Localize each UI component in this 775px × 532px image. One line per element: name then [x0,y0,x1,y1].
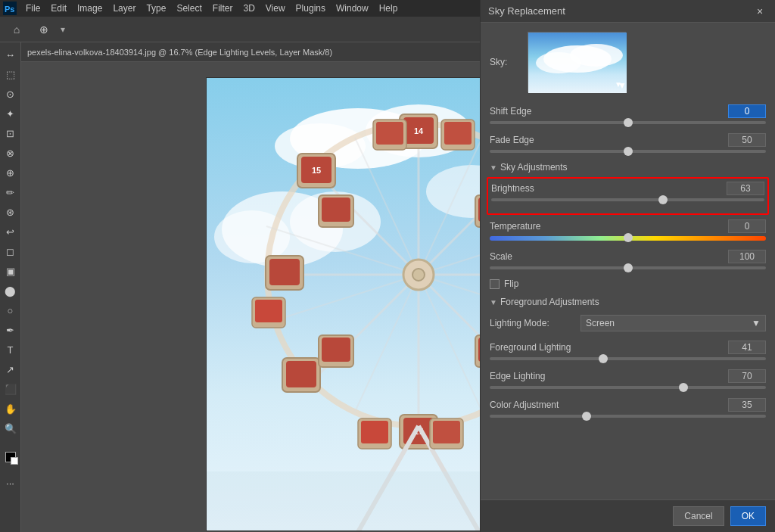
pen-tool[interactable]: ✒ [2,321,20,339]
menu-plugins[interactable]: Plugins [291,2,330,15]
home-button[interactable]: ⌂ [6,19,27,40]
magic-wand-tool[interactable]: ✦ [2,104,20,123]
menu-view[interactable]: View [261,2,290,15]
fade-edge-thumb[interactable] [624,147,633,156]
eraser-tool[interactable]: ◻ [2,242,20,260]
edge-lighting-row: Edge Lighting 70 [490,369,766,389]
ok-button[interactable]: OK [730,506,766,526]
sky-adjustments-header[interactable]: ▼ Sky Adjustments [490,162,766,173]
brightness-thumb[interactable] [658,195,668,204]
shift-edge-row: Shift Edge 0 [490,104,766,124]
more-tools[interactable]: ··· [2,474,20,492]
sky-label: Sky: [490,57,520,67]
crop-tool[interactable]: ⊡ [2,124,20,142]
temperature-thumb[interactable] [624,233,633,242]
lighting-mode-select[interactable]: Screen ▼ [580,315,766,331]
scale-label: Scale [490,251,512,262]
fade-edge-slider[interactable] [490,150,766,153]
heal-tool[interactable]: ⊕ [2,163,20,182]
foreground-adjustments-header[interactable]: ▼ Foreground Adjustments [490,297,766,307]
main-area: ↔ ⬚ ⊙ ✦ ⊡ ⊗ ⊕ ✏ ⊛ ↩ ◻ ▣ ⬤ ○ ✒ T ↗ ⬛ ✋ 🔍 … [0,42,775,532]
shape-tool[interactable]: ⬛ [2,380,20,398]
shift-edge-slider[interactable] [490,121,766,124]
flip-checkbox[interactable] [490,279,500,289]
brightness-highlighted-box: Brightness 63 [487,177,769,215]
dialog-footer: Cancel OK [481,499,775,532]
dodge-tool[interactable]: ○ [2,301,20,319]
sky-row: Sky: [490,42,766,92]
zoom-tool[interactable]: 🔍 [2,419,20,437]
menu-file[interactable]: File [21,2,45,15]
sky-adjustments-label: Sky Adjustments [500,162,568,173]
svg-rect-51 [376,122,403,145]
menu-3d[interactable]: 3D [238,2,259,15]
edge-lighting-label: Edge Lighting [490,371,545,381]
selection-tool[interactable]: ⬚ [2,65,20,83]
blur-tool[interactable]: ⬤ [2,282,20,300]
brightness-value[interactable]: 63 [727,182,764,195]
edge-lighting-thumb[interactable] [679,383,688,392]
shift-edge-value[interactable]: 0 [728,104,766,118]
hand-tool[interactable]: ✋ [2,400,20,418]
sky-preview-thumbnail[interactable]: ▼ [528,42,626,92]
shift-edge-label: Shift Edge [490,106,531,117]
menu-window[interactable]: Window [331,2,373,15]
foreground-lighting-thumb[interactable] [599,354,608,363]
menu-image[interactable]: Image [73,2,107,15]
text-tool[interactable]: T [2,341,20,359]
foreground-lighting-slider[interactable] [490,357,766,360]
move-tool[interactable]: ↔ [2,45,20,64]
color-adjustment-value[interactable]: 35 [728,398,766,412]
gradient-tool[interactable]: ▣ [2,262,20,280]
menu-layer[interactable]: Layer [108,2,140,15]
fade-edge-row: Fade Edge 50 [490,133,766,153]
lighting-mode-chevron: ▼ [752,318,761,328]
svg-rect-43 [322,198,350,222]
lighting-mode-row: Lighting Mode: Screen ▼ [490,315,766,331]
menu-help[interactable]: Help [375,2,403,15]
flip-label: Flip [504,278,518,289]
temperature-slider[interactable] [490,236,766,241]
svg-rect-55 [255,300,282,322]
lasso-tool[interactable]: ⊙ [2,85,20,103]
color-adjustment-slider[interactable] [490,415,766,418]
scale-row: Scale 100 [490,250,766,269]
color-adjustment-thumb[interactable] [582,412,591,421]
svg-text:Ps: Ps [5,5,14,14]
foreground-color[interactable] [2,448,20,466]
scale-slider[interactable] [490,266,766,269]
menu-type[interactable]: Type [142,2,170,15]
history-tool[interactable]: ↩ [2,222,20,241]
menu-filter[interactable]: Filter [208,2,238,15]
svg-rect-47 [322,338,350,362]
svg-rect-61 [433,421,460,443]
foreground-lighting-label: Foreground Lighting [490,342,571,353]
lighting-mode-label: Lighting Mode: [490,318,573,328]
menu-edit[interactable]: Edit [46,2,71,15]
menu-select[interactable]: Select [172,2,206,15]
brush-tool[interactable]: ✏ [2,183,20,201]
foreground-lighting-value[interactable]: 41 [728,341,766,354]
tool-options: ▾ [61,24,65,35]
app-logo: Ps [3,2,17,15]
fade-edge-value[interactable]: 50 [728,133,766,147]
svg-rect-32 [286,361,316,387]
temperature-value[interactable]: 0 [728,219,766,233]
brightness-row: Brightness 63 [491,182,764,201]
cancel-button[interactable]: Cancel [673,506,724,526]
edge-lighting-value[interactable]: 70 [728,369,766,383]
eyedropper-tool[interactable]: ⊗ [2,144,20,162]
scale-thumb[interactable] [624,263,633,272]
svg-text:▼: ▼ [618,80,627,91]
clone-tool[interactable]: ⊛ [2,203,20,221]
svg-rect-53 [444,122,472,145]
lighting-mode-value: Screen [586,318,615,328]
scale-value[interactable]: 100 [728,250,766,263]
edge-lighting-slider[interactable] [490,386,766,389]
dialog-content: Sky: [481,42,775,499]
path-tool[interactable]: ↗ [2,360,20,378]
shift-edge-thumb[interactable] [624,118,633,127]
temperature-label: Temperature [490,221,540,232]
move-tool-button[interactable]: ⊕ [33,19,54,40]
brightness-slider[interactable] [491,198,764,201]
